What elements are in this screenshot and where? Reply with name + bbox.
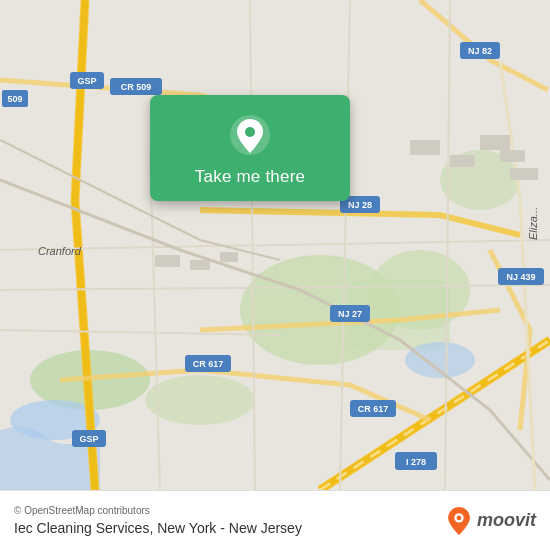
take-me-there-label: Take me there	[195, 167, 305, 187]
svg-text:GSP: GSP	[77, 76, 96, 86]
svg-text:NJ 28: NJ 28	[348, 200, 372, 210]
svg-rect-47	[510, 168, 538, 180]
svg-rect-44	[450, 155, 475, 167]
svg-text:NJ 27: NJ 27	[338, 309, 362, 319]
svg-text:CR 617: CR 617	[193, 359, 224, 369]
moovit-logo: moovit	[445, 507, 536, 535]
svg-text:I 278: I 278	[406, 457, 426, 467]
svg-text:509: 509	[7, 94, 22, 104]
svg-rect-45	[480, 135, 510, 150]
svg-text:CR 509: CR 509	[121, 82, 152, 92]
svg-point-52	[457, 515, 462, 520]
svg-text:NJ 82: NJ 82	[468, 46, 492, 56]
take-me-there-card[interactable]: Take me there	[150, 95, 350, 201]
svg-text:CR 617: CR 617	[358, 404, 389, 414]
svg-text:Cranford: Cranford	[38, 245, 82, 257]
svg-text:NJ 439: NJ 439	[506, 272, 535, 282]
svg-point-50	[245, 127, 255, 137]
svg-rect-43	[410, 140, 440, 155]
svg-rect-40	[155, 255, 180, 267]
bottom-bar: © OpenStreetMap contributors Iec Cleanin…	[0, 490, 550, 550]
svg-text:Eliza...: Eliza...	[527, 207, 539, 240]
map-svg: CR 509 509 NJ 82 NJ 28 NJ 439 CR 617 CR …	[0, 0, 550, 490]
map-view: CR 509 509 NJ 82 NJ 28 NJ 439 CR 617 CR …	[0, 0, 550, 490]
svg-rect-41	[190, 260, 210, 270]
moovit-pin-icon	[445, 507, 473, 535]
moovit-text: moovit	[477, 510, 536, 531]
location-pin-icon	[228, 113, 272, 157]
svg-rect-46	[500, 150, 525, 162]
copyright-text: © OpenStreetMap contributors	[14, 505, 445, 516]
svg-rect-42	[220, 252, 238, 262]
bottom-bar-info: © OpenStreetMap contributors Iec Cleanin…	[14, 505, 445, 536]
svg-text:GSP: GSP	[79, 434, 98, 444]
location-name: Iec Cleaning Services, New York - New Je…	[14, 520, 445, 536]
svg-point-5	[145, 375, 255, 425]
